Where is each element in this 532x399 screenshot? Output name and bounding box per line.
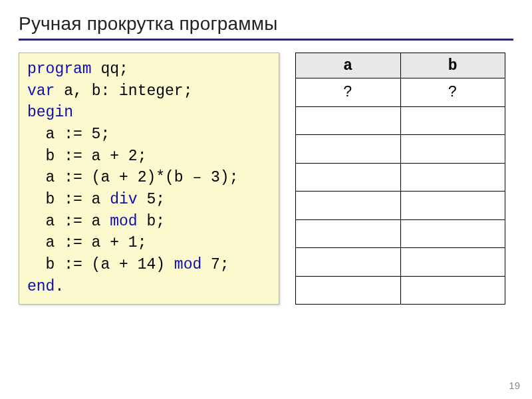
code-line: a := (a + 2)*(b – 3); [27,169,238,186]
cell [400,219,505,248]
kw-program: program [27,61,92,78]
cell [296,192,401,220]
cell: ? [400,78,505,107]
table-row [296,135,505,164]
table-row [296,248,505,277]
page-number: 19 [509,380,520,391]
cell [296,248,401,277]
code-text: qq; [92,61,128,78]
code-line: a := 5; [27,126,110,143]
table-row [296,219,505,248]
code-box: program qq; var a, b: integer; begin a :… [19,53,279,305]
cell [400,276,505,305]
trace-table: a b ? ? [295,53,505,305]
content-row: program qq; var a, b: integer; begin a :… [19,53,513,305]
code-text: b := a [27,191,110,208]
table-row [296,192,505,220]
kw-mod: mod [110,213,137,230]
table-row: ? ? [296,78,505,107]
cell [296,276,401,305]
col-b-header: b [400,53,505,78]
slide: Ручная прокрутка программы program qq; v… [0,0,532,399]
code-text: 5; [138,191,165,208]
code-text: b := (a + 14) [27,256,174,273]
cell [296,106,401,135]
cell [296,163,401,192]
kw-begin: begin [27,104,73,121]
kw-div: div [110,191,137,208]
cell [400,135,505,164]
code-text: b; [138,213,165,230]
slide-title: Ручная прокрутка программы [19,13,513,41]
code-text: 7; [201,256,229,273]
code-text: . [55,278,64,295]
kw-var: var [27,82,55,100]
cell [400,106,505,135]
table-row [296,106,505,135]
table-row [296,163,505,192]
cell [400,248,505,277]
cell: ? [296,78,401,107]
cell [400,192,505,220]
cell [400,163,505,192]
cell [296,219,401,248]
kw-end: end [27,278,55,295]
cell [296,135,401,164]
code-text: a := a [27,213,110,230]
code-text: a, b: integer; [55,82,192,100]
col-a-header: a [296,53,401,78]
table-header-row: a b [296,53,505,78]
code-line: a := a + 1; [27,234,146,251]
kw-mod: mod [174,256,201,273]
code-line: b := a + 2; [27,148,146,165]
table-row [296,276,505,305]
